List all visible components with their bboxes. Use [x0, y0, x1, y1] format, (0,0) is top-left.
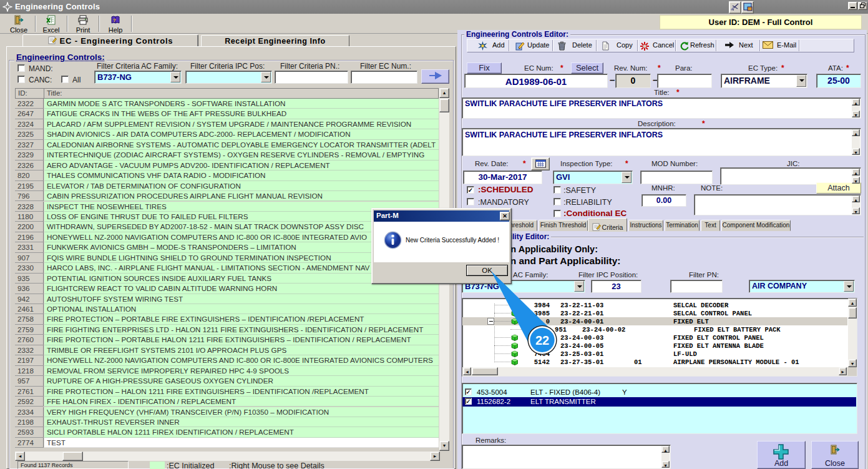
tree-scroll-right-button[interactable]: ► — [839, 367, 847, 375]
tab-criteria[interactable]: Criteria — [588, 218, 627, 232]
tree-scroll-up-button[interactable]: ▲ — [848, 299, 857, 307]
mnhr-value[interactable]: 0.00 — [641, 194, 686, 207]
table-row[interactable]: 2592FFE HALON FIREX - IDENTIFICATION / R… — [15, 397, 439, 407]
mand-checkbox[interactable] — [17, 64, 25, 72]
company-combo[interactable]: AIR COMPANY — [749, 280, 855, 293]
table-row[interactable]: 2329INTERTECHNIQUE (ZODIAC AIRCRAFT SYST… — [15, 150, 439, 160]
table-row[interactable]: 1218REMOVAL FROM SERVICE IMPROPERLY REPA… — [15, 366, 439, 376]
table-row[interactable]: 2324PLACARD / AFM SUPPLEMENT REVISION / … — [15, 119, 439, 129]
add-toolbar-button[interactable] — [478, 41, 487, 51]
cancel-toolbar-button[interactable] — [640, 41, 650, 52]
print-button[interactable]: Print — [68, 14, 98, 33]
editor-toolbar-label[interactable]: E-Mail — [777, 41, 796, 49]
table-vscrollbar-thumb[interactable] — [439, 99, 449, 112]
restore-button[interactable] — [858, 2, 867, 10]
table-row[interactable]: 2195ELEVATOR / TAB DETERMINATION OF CONF… — [15, 181, 439, 191]
part-checkbox[interactable]: ✓ — [465, 398, 472, 405]
tab-ec-engineering-controls[interactable]: EC - Engineering Controls — [22, 34, 198, 47]
update-toolbar-button[interactable] — [515, 41, 525, 51]
minimize-button[interactable] — [848, 2, 857, 10]
tree-expander-minus-icon[interactable] — [487, 318, 494, 325]
refresh-toolbar-button[interactable] — [680, 41, 690, 51]
filter-ipc-pos-combo[interactable] — [185, 71, 272, 84]
para-input[interactable] — [657, 74, 712, 88]
titlebar-plane-tool-button[interactable] — [729, 1, 741, 14]
next-toolbar-button[interactable] — [724, 41, 734, 49]
tab-termination[interactable]: Termination — [665, 220, 700, 231]
table-row[interactable]: 2327CALEDONIAN AIRBORNE SYSTEMS - AUTOMA… — [15, 140, 439, 150]
table-row[interactable]: 796CABIN PRESSURIZATION PROCEDURES AIRPL… — [15, 191, 439, 201]
col-header-title[interactable]: Title: — [44, 88, 439, 99]
app-pn-input[interactable] — [670, 280, 723, 293]
table-scroll-down-button[interactable]: ▼ — [439, 441, 449, 451]
scheduled-checkbox[interactable]: ✓ — [467, 186, 474, 194]
description-textarea[interactable]: SWITLIK PARACHUTE LIFE PRESERVER INFLATO… — [462, 128, 861, 156]
chevron-down-icon[interactable] — [261, 72, 271, 82]
textarea-scroll-down-button[interactable]: ▼ — [852, 207, 860, 214]
close-editor-button[interactable]: Close — [811, 441, 859, 469]
part-checkbox[interactable]: ✓ — [465, 388, 472, 395]
rev-date-value[interactable]: 30-Mar-2017 — [463, 170, 542, 184]
ec-num-value[interactable]: AD1989-06-01 — [464, 74, 608, 88]
tree-row[interactable]: 023-24-00-01FIXED ELT — [462, 317, 847, 325]
textarea-scroll-down-button[interactable]: ▼ — [661, 461, 670, 468]
textarea-scroll-up-button[interactable]: ▲ — [852, 169, 860, 175]
titlebar-picture-tool-button[interactable] — [741, 1, 754, 14]
table-row[interactable]: 2197HONEYWELL NZ-2000 NAVIGATION COMPUTE… — [15, 355, 439, 365]
table-scroll-left-button[interactable]: ◄ — [15, 452, 25, 461]
inspection-type-combo[interactable]: GVI — [553, 170, 633, 184]
calendar-button[interactable] — [531, 157, 550, 170]
app-ipc-value[interactable]: 23 — [591, 280, 641, 293]
table-row[interactable]: 2461OPTIONAL INSTALLATION — [15, 304, 439, 314]
tree-row[interactable]: 95123-24-00-02FIXED ELT BATTERY PACK — [462, 325, 847, 333]
table-row[interactable]: 2322GARMIN MODE S ATC TRANSPONDERS - SOF… — [15, 99, 439, 109]
filter-ec-num-input[interactable] — [351, 71, 417, 84]
textarea-scroll-up-button[interactable]: ▲ — [852, 195, 860, 202]
tab-finish-threshold[interactable]: Finish Threshold — [539, 220, 588, 231]
email-toolbar-button[interactable] — [763, 41, 773, 49]
chevron-down-icon[interactable] — [574, 281, 584, 292]
copy-toolbar-button[interactable] — [602, 41, 610, 51]
table-row[interactable]: 2760FIRE PROTECTION – PORTABLE HALON 121… — [15, 335, 439, 345]
tree-hscrollbar-track[interactable] — [462, 367, 857, 376]
tree-scroll-down-button[interactable]: ▼ — [848, 359, 857, 367]
table-row[interactable]: 2334VERY HIGH FREQUENCY (VHF/AM) TRANSCE… — [15, 407, 439, 417]
table-row[interactable]: 820THALES COMMUNICATIONS VHF DATA RADIO … — [15, 170, 439, 180]
title-textarea[interactable]: SWITLIK PARACHUTE LIFE PRESERVER INFLATO… — [462, 97, 861, 119]
textarea-scroll-up-button[interactable]: ▲ — [852, 129, 860, 136]
all-checkbox[interactable] — [61, 76, 69, 83]
dialog-close-button[interactable]: ✕ — [500, 212, 510, 220]
table-row[interactable]: 2774TEST — [15, 438, 439, 448]
dialog-titlebar[interactable]: Part-M — [374, 210, 509, 222]
table-row[interactable]: 936FLIGHTCREW REACT TO VALID CABIN ALTIT… — [15, 284, 439, 294]
dialog-ok-button[interactable]: OK — [466, 265, 508, 276]
table-row[interactable]: 942AUTOSHUTOFF SYSTEM WIRING TEST — [15, 294, 439, 304]
chevron-down-icon[interactable] — [796, 75, 806, 87]
tree-vscrollbar-thumb[interactable] — [848, 307, 857, 318]
tree-row[interactable]: 398423-22-11-03SELCAL DECODER — [462, 301, 847, 309]
editor-toolbar-label[interactable]: Next — [739, 41, 753, 49]
table-row[interactable]: 2761FIRE PROTECTION – HALON 1211 FIRE EX… — [15, 387, 439, 397]
table-row[interactable]: 2647FATIGUE CRACKS IN THE WEBS OF THE AF… — [15, 109, 439, 119]
table-row[interactable]: 2326AERO ADVANTAGE - VACUUM PUMPS ADV200… — [15, 160, 439, 170]
fix-button[interactable]: Fix — [467, 62, 502, 74]
table-row[interactable]: 2325SHADIN AVIONICS - AIR DATA COMPUTERS… — [15, 129, 439, 139]
table-row[interactable]: 2198EXHAUST-THRUST REVERSER INNER — [15, 417, 439, 427]
table-row[interactable]: 2332TRIMBLE OR FREEFLIGHT SYSTEMS 2101 I… — [15, 345, 439, 355]
table-row[interactable]: 2758FIRE PROTECTION – PORTABLE FIRE EXTI… — [15, 314, 439, 324]
add-criteria-button[interactable]: Add — [757, 441, 806, 469]
tree-row[interactable]: 23-24-00-05FIXED ELT ANTENNA BLADE — [462, 342, 847, 350]
editor-toolbar-label[interactable]: Refresh — [690, 41, 714, 49]
tab-text[interactable]: Text — [701, 220, 720, 231]
ata-value[interactable]: 25-00 — [816, 74, 861, 88]
part-row[interactable]: ✓453-5004ELT - FIXED (B406-4)Y — [462, 388, 856, 397]
tab-receipt-engineering-info[interactable]: Receipt Engineering Info — [201, 35, 349, 47]
filter-ac-family-combo[interactable]: B737-NG — [94, 71, 182, 84]
chevron-down-icon[interactable] — [844, 281, 854, 292]
delete-toolbar-button[interactable] — [558, 41, 566, 51]
tree-scroll-left-button[interactable]: ◄ — [463, 367, 471, 375]
editor-toolbar-label[interactable]: Add — [492, 41, 505, 49]
table-scroll-up-button[interactable]: ▲ — [439, 88, 449, 98]
tree-row[interactable]: 23-24-00-03FIXED ELT CONTROL PANEL — [462, 333, 847, 342]
editor-toolbar-label[interactable]: Update — [527, 41, 549, 49]
